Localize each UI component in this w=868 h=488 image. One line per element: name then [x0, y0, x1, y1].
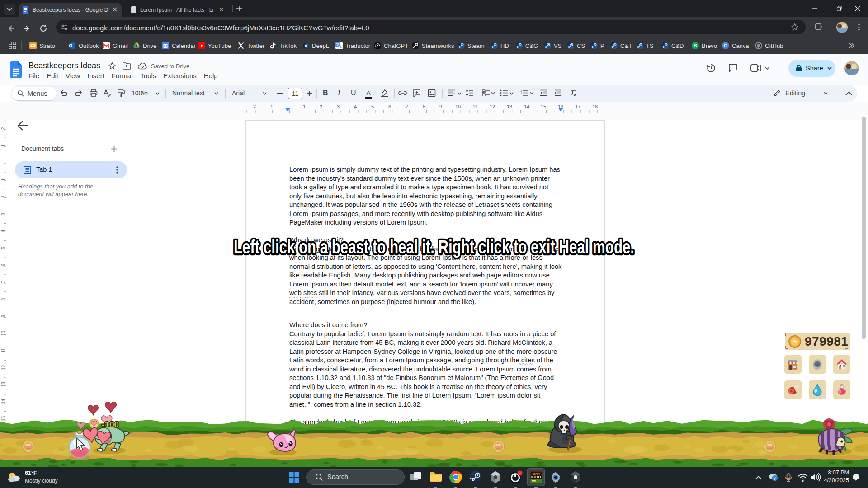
svg-text:B: B — [693, 43, 697, 48]
svg-text:21: 21 — [164, 44, 167, 47]
svg-text:Left click on a beast to heal: Left click on a beast to heal it. Right … — [234, 236, 634, 258]
svg-text:A: A — [340, 45, 342, 49]
svg-text:BEAST: BEAST — [533, 473, 540, 475]
svg-text:2: 2 — [520, 92, 522, 95]
svg-text:C: C — [724, 43, 727, 48]
svg-text:z: z — [858, 473, 860, 476]
